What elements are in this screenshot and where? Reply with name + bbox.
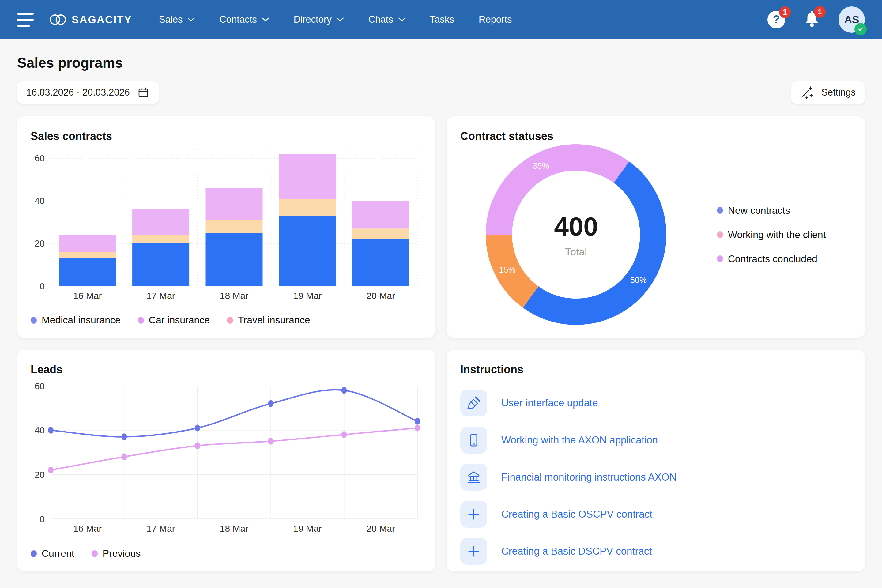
svg-text:20 Mar: 20 Mar — [367, 291, 395, 301]
contract-statuses-legend: New contractsWorking with the clientCont… — [717, 205, 826, 265]
nav-item-reports[interactable]: Reports — [478, 14, 512, 25]
settings-label: Settings — [821, 87, 856, 98]
notifications-badge: 1 — [814, 6, 826, 18]
legend-label: Contracts concluded — [728, 253, 818, 265]
top-navbar: SAGACITY SalesContactsDirectoryChatsTask… — [0, 0, 882, 39]
svg-text:19 Mar: 19 Mar — [293, 524, 322, 534]
sales-contracts-chart: 020406016 Mar17 Mar18 Mar19 Mar20 Mar — [31, 147, 422, 314]
leads-svg: 020406016 Mar17 Mar18 Mar19 Mar20 Mar — [31, 380, 422, 537]
nav-item-label: Tasks — [430, 14, 454, 25]
sagacity-logo-icon — [48, 13, 68, 26]
plus-icon — [460, 501, 487, 528]
sales-contracts-svg: 020406016 Mar17 Mar18 Mar19 Mar20 Mar — [31, 147, 422, 304]
nav-item-label: Reports — [478, 14, 512, 25]
instructions-list: User interface updateWorking with the AX… — [460, 390, 851, 565]
svg-text:20: 20 — [34, 470, 45, 480]
card-title: Sales contracts — [31, 130, 422, 143]
legend-dot-icon — [31, 317, 37, 324]
legend-dot-icon — [31, 550, 37, 557]
user-avatar-button[interactable]: AS — [838, 6, 865, 33]
legend-item: Working with the client — [717, 229, 826, 240]
svg-text:60: 60 — [34, 153, 45, 163]
help-badge: 1 — [779, 6, 791, 18]
chevron-down-icon — [398, 18, 405, 22]
nav-item-label: Directory — [294, 14, 332, 25]
instruction-link[interactable]: Financial monitoring instructions AXON — [460, 464, 851, 490]
check-icon — [857, 26, 864, 33]
smartphone-icon — [460, 427, 487, 453]
legend-dot-icon — [717, 207, 723, 214]
instruction-link[interactable]: Working with the AXON application — [460, 427, 851, 453]
legend-dot-icon — [717, 231, 723, 238]
help-button[interactable]: ? 1 — [768, 11, 785, 28]
nav-item-chats[interactable]: Chats — [368, 14, 405, 25]
instruction-link-label: Working with the AXON application — [501, 434, 658, 446]
instruction-link[interactable]: Creating a Basic DSCPV contract — [460, 538, 851, 565]
legend-item: Car insurance — [138, 315, 210, 326]
main-content: Sales programs 16.03.2026 - 20.03.2026 — [0, 39, 882, 572]
plus-icon — [460, 538, 487, 565]
settings-button[interactable]: Settings — [791, 81, 865, 104]
nav-item-label: Sales — [159, 14, 183, 25]
legend-item: Medical insurance — [31, 315, 121, 326]
svg-text:40: 40 — [34, 425, 45, 435]
card-title: Instructions — [460, 363, 851, 376]
legend-dot-icon — [227, 317, 233, 324]
svg-text:20 Mar: 20 Mar — [367, 524, 395, 534]
svg-text:60: 60 — [34, 381, 45, 391]
svg-text:17 Mar: 17 Mar — [146, 524, 175, 534]
legend-label: Current — [42, 548, 74, 559]
paintbrush-icon — [460, 390, 487, 417]
nav-item-directory[interactable]: Directory — [294, 14, 344, 25]
legend-item: Contracts concluded — [717, 253, 818, 265]
svg-text:16 Mar: 16 Mar — [73, 524, 102, 534]
instructions-card: Instructions User interface updateWorkin… — [447, 350, 865, 572]
legend-label: Medical insurance — [42, 315, 121, 326]
svg-text:0: 0 — [39, 514, 45, 524]
leads-card: Leads 020406016 Mar17 Mar18 Mar19 Mar20 … — [17, 350, 435, 572]
legend-dot-icon — [717, 255, 723, 262]
contract-statuses-chart: 50%15%35% 400 Total — [484, 143, 668, 327]
date-range-value: 16.03.2026 - 20.03.2026 — [26, 87, 130, 98]
instruction-link[interactable]: User interface update — [460, 390, 851, 417]
chevron-down-icon — [337, 18, 344, 22]
instruction-link-label: Creating a Basic DSCPV contract — [501, 545, 652, 557]
sales-contracts-card: Sales contracts 020406016 Mar17 Mar18 Ma… — [17, 116, 435, 338]
card-title: Leads — [31, 363, 422, 376]
notifications-button[interactable]: 1 — [804, 10, 820, 29]
legend-item: Previous — [92, 548, 141, 559]
legend-item: New contracts — [717, 205, 790, 216]
legend-item: Travel insurance — [227, 315, 310, 326]
nav-item-tasks[interactable]: Tasks — [430, 14, 454, 25]
main-menu: SalesContactsDirectoryChatsTasksReports — [159, 14, 768, 25]
sales-contracts-legend: Medical insuranceCar insuranceTravel ins… — [31, 315, 422, 326]
instruction-link-label: User interface update — [501, 397, 598, 409]
hamburger-menu-button[interactable] — [17, 12, 34, 27]
nav-item-sales[interactable]: Sales — [159, 14, 195, 25]
svg-text:17 Mar: 17 Mar — [146, 291, 175, 301]
instruction-link-label: Financial monitoring instructions AXON — [501, 471, 676, 483]
svg-text:18 Mar: 18 Mar — [220, 291, 248, 301]
nav-item-contacts[interactable]: Contacts — [219, 14, 269, 25]
svg-text:18 Mar: 18 Mar — [220, 524, 248, 534]
legend-label: Travel insurance — [238, 315, 310, 326]
svg-text:0: 0 — [39, 281, 45, 291]
brand[interactable]: SAGACITY — [48, 13, 132, 26]
svg-text:20: 20 — [34, 238, 45, 248]
instruction-link-label: Creating a Basic OSCPV contract — [501, 508, 652, 520]
card-title: Contract statuses — [460, 130, 851, 143]
legend-item: Current — [31, 548, 74, 559]
instruction-link[interactable]: Creating a Basic OSCPV contract — [460, 501, 851, 528]
magic-wand-icon — [801, 86, 814, 99]
svg-text:40: 40 — [34, 196, 45, 206]
nav-item-label: Contacts — [219, 14, 256, 25]
leads-chart: 020406016 Mar17 Mar18 Mar19 Mar20 Mar — [31, 380, 422, 547]
legend-dot-icon — [92, 550, 98, 557]
dashboard-grid: Sales contracts 020406016 Mar17 Mar18 Ma… — [17, 116, 865, 572]
date-range-picker[interactable]: 16.03.2026 - 20.03.2026 — [17, 81, 159, 104]
nav-item-label: Chats — [368, 14, 393, 25]
chevron-down-icon — [262, 18, 269, 22]
leads-legend: CurrentPrevious — [31, 548, 422, 559]
legend-label: New contracts — [728, 205, 790, 216]
online-status-badge — [854, 23, 867, 35]
